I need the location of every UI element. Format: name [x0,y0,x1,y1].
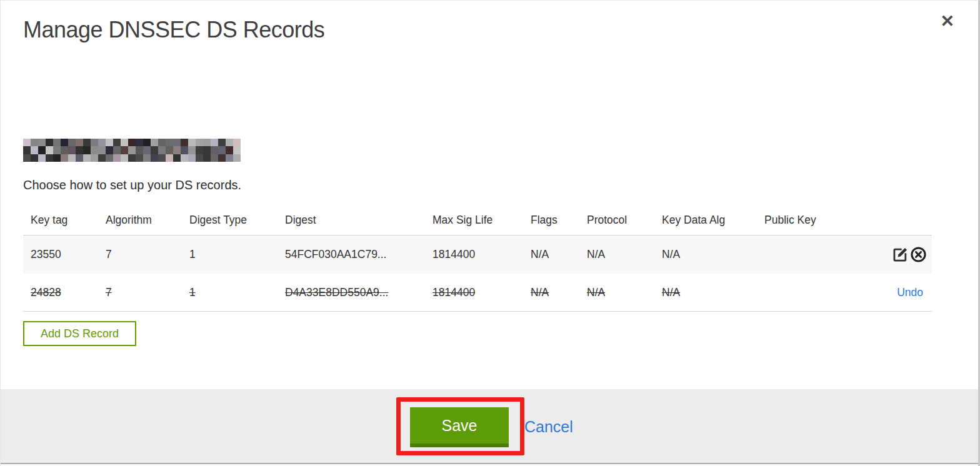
column-header-max-sig-life: Max Sig Life [425,214,523,227]
column-header-digest-type: Digest Type [182,214,278,227]
column-header-public-key: Public Key [757,214,869,227]
column-header-algorithm: Algorithm [98,214,182,227]
ds-records-table: Key tag Algorithm Digest Type Digest Max… [23,206,932,312]
cell-flags: N/A [523,286,579,299]
cell-key-tag: 24828 [23,286,98,299]
cell-key-tag: 23550 [23,248,98,261]
column-header-key-data-alg: Key Data Alg [654,214,757,227]
table-row-deleted: 24828 7 1 D4A33E8DD550A9... 1814400 N/A … [23,274,932,312]
cancel-link[interactable]: Cancel [524,418,573,436]
column-header-flags: Flags [523,214,579,227]
redacted-domain-name [23,139,241,162]
column-header-digest: Digest [278,214,425,227]
cell-digest: 54FCF030AA1C79... [278,248,425,261]
cell-algorithm: 7 [98,248,182,261]
row-actions: Undo [869,286,932,299]
page-title: Manage DNSSEC DS Records [23,17,324,43]
table-row: 23550 7 1 54FCF030AA1C79... 1814400 N/A … [23,235,932,274]
dnssec-modal: Manage DNSSEC DS Records ✕ Choose how to… [0,0,980,466]
edit-icon[interactable] [892,246,909,263]
delete-icon[interactable] [910,246,927,263]
cell-key-data-alg: N/A [654,286,757,299]
cell-digest-type: 1 [182,248,278,261]
row-actions [869,246,932,263]
close-icon[interactable]: ✕ [940,13,954,30]
cell-flags: N/A [523,248,579,261]
save-button[interactable]: Save [410,407,509,447]
add-ds-record-button[interactable]: Add DS Record [23,321,136,346]
cell-digest-type: 1 [182,286,278,299]
instruction-text: Choose how to set up your DS records. [23,178,241,192]
cell-protocol: N/A [579,286,654,299]
cell-digest: D4A33E8DD550A9... [278,286,425,299]
undo-link[interactable]: Undo [897,286,923,299]
table-header-row: Key tag Algorithm Digest Type Digest Max… [23,206,932,235]
cell-max-sig-life: 1814400 [425,248,523,261]
cell-max-sig-life: 1814400 [425,286,523,299]
column-header-protocol: Protocol [579,214,654,227]
cell-algorithm: 7 [98,286,182,299]
cell-protocol: N/A [579,248,654,261]
column-header-key-tag: Key tag [23,214,98,227]
cell-key-data-alg: N/A [654,248,757,261]
